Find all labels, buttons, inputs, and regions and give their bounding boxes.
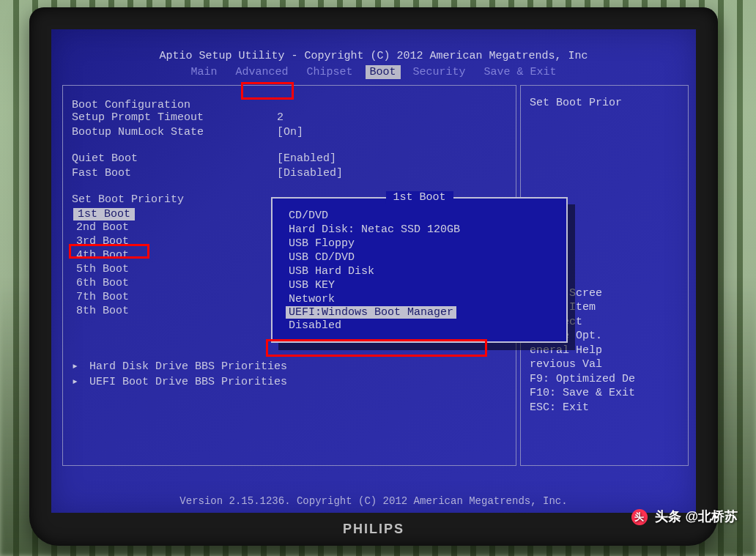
- popup-content: CD/DVD Hard Disk: Netac SSD 120GB USB Fl…: [273, 199, 566, 341]
- popup-option-network[interactable]: Network: [286, 292, 553, 306]
- boot-config-header: Boot Configuration: [72, 99, 277, 111]
- bios-screen: Aptio Setup Utility - Copyright (C) 2012…: [51, 29, 696, 513]
- bios-top-menu: Main Advanced Chipset Boot Security Save…: [51, 65, 696, 79]
- help-key-5: revious Val: [530, 357, 679, 372]
- hdd-bbs-submenu[interactable]: ▸ Hard Disk Drive BBS Priorities: [72, 359, 507, 373]
- triangle-icon: ▸: [72, 359, 83, 373]
- uefi-bbs-submenu[interactable]: ▸ UEFI Boot Drive BBS Priorities: [72, 374, 507, 388]
- menu-save-exit[interactable]: Save & Exit: [478, 66, 563, 78]
- bios-header-text: Aptio Setup Utility - Copyright (C) 2012…: [51, 29, 696, 62]
- menu-chipset[interactable]: Chipset: [300, 66, 358, 78]
- spacer: [72, 141, 507, 152]
- monitor-brand-label: PHILIPS: [343, 522, 404, 537]
- popup-option-usbkey[interactable]: USB KEY: [286, 278, 553, 292]
- watermark-icon: [631, 509, 648, 525]
- triangle-icon: ▸: [72, 374, 83, 388]
- popup-option-usbcddvd[interactable]: USB CD/DVD: [286, 251, 553, 264]
- help-key-7: F10: Save & Exit: [530, 386, 679, 401]
- setup-prompt-value: 2: [277, 111, 284, 124]
- numlock-value: [On]: [277, 126, 303, 138]
- quiet-boot-row[interactable]: Quiet Boot [Enabled]: [72, 152, 507, 165]
- quiet-boot-label: Quiet Boot: [72, 152, 277, 165]
- help-title: Set Boot Prior: [530, 96, 679, 111]
- popup-title: 1st Boot: [385, 191, 453, 204]
- fast-boot-row[interactable]: Fast Boot [Disabled]: [72, 167, 507, 179]
- popup-option-uefi[interactable]: UEFI:Windows Boot Manager: [286, 306, 553, 319]
- numlock-label: Bootup NumLock State: [72, 126, 277, 138]
- help-key-8: ESC: Exit: [530, 401, 679, 415]
- popup-option-cddvd[interactable]: CD/DVD: [286, 209, 553, 223]
- fast-boot-label: Fast Boot: [72, 167, 277, 179]
- bios-footer: Version 2.15.1236. Copyright (C) 2012 Am…: [51, 495, 696, 507]
- menu-advanced[interactable]: Advanced: [229, 66, 294, 78]
- quiet-boot-value: [Enabled]: [277, 152, 336, 165]
- menu-security[interactable]: Security: [407, 66, 472, 78]
- watermark-text: 头条 @北桥苏: [655, 509, 738, 524]
- numlock-row[interactable]: Bootup NumLock State [On]: [72, 126, 507, 138]
- boot-selection-popup: 1st Boot CD/DVD Hard Disk: Netac SSD 120…: [271, 197, 568, 343]
- popup-option-disabled[interactable]: Disabled: [286, 319, 553, 333]
- popup-option-usbfloppy[interactable]: USB Floppy: [286, 237, 553, 251]
- popup-option-usbhd[interactable]: USB Hard Disk: [286, 264, 553, 278]
- help-key-4: eneral Help: [530, 344, 679, 358]
- monitor-frame: Aptio Setup Utility - Copyright (C) 2012…: [29, 7, 718, 546]
- fast-boot-value: [Disabled]: [277, 167, 343, 179]
- popup-option-harddisk[interactable]: Hard Disk: Netac SSD 120GB: [286, 223, 553, 237]
- watermark: 头条 @北桥苏: [631, 508, 738, 525]
- help-key-6: F9: Optimized De: [530, 372, 679, 387]
- setup-prompt-row[interactable]: Setup Prompt Timeout 2: [72, 111, 507, 124]
- setup-prompt-label: Setup Prompt Timeout: [72, 111, 277, 124]
- main-content-area: Boot Configuration Setup Prompt Timeout …: [62, 85, 696, 473]
- menu-boot[interactable]: Boot: [366, 65, 401, 79]
- menu-main[interactable]: Main: [185, 66, 223, 78]
